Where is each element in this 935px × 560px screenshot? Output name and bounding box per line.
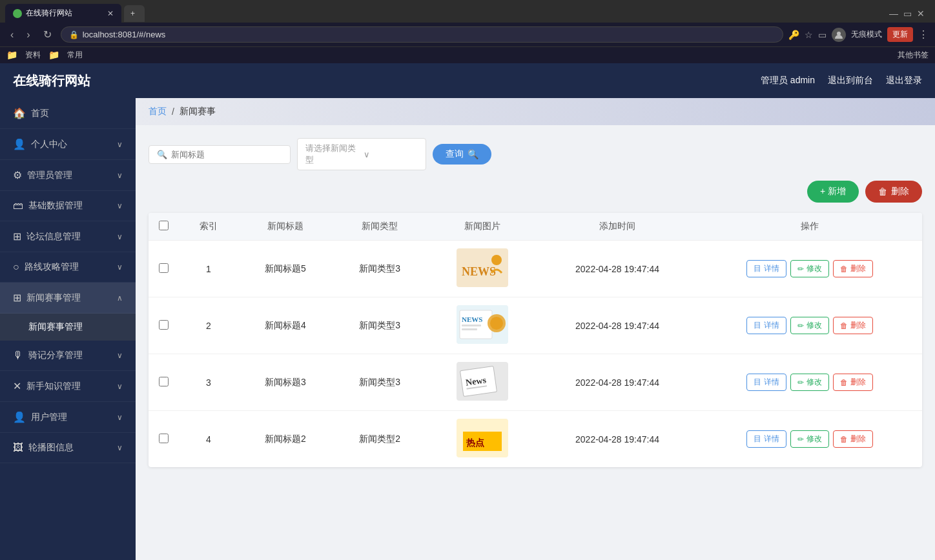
search-title-input[interactable] xyxy=(171,150,282,159)
breadcrumb-sep: / xyxy=(172,106,174,117)
sidebar-item-home[interactable]: 🏠 首页 xyxy=(0,98,136,129)
bookmark-item-1[interactable]: 资料 xyxy=(25,50,41,61)
edit-btn[interactable]: ✏ 修改 xyxy=(790,260,829,277)
news-type-select[interactable]: 请选择新闻类型 ∨ xyxy=(297,138,426,170)
row-index: 3 xyxy=(179,354,238,411)
travel-icon: 🎙 xyxy=(13,350,23,361)
front-link[interactable]: 退出到前台 xyxy=(828,75,873,86)
select-all-checkbox[interactable] xyxy=(159,221,169,230)
row-type: 新闻类型3 xyxy=(333,354,427,411)
delete-btn[interactable]: 🗑 删除 xyxy=(833,317,873,334)
edit-btn[interactable]: ✏ 修改 xyxy=(790,374,829,391)
detail-btn[interactable]: 目 详情 xyxy=(746,374,786,391)
col-time: 添加时间 xyxy=(537,213,697,241)
breadcrumb-home[interactable]: 首页 xyxy=(149,106,167,117)
batch-delete-btn[interactable]: 🗑 删除 xyxy=(865,181,922,203)
sidebar-item-beginner[interactable]: ✕ 新手知识管理 ∨ xyxy=(0,371,136,402)
news-thumbnail: 热点 xyxy=(457,419,508,457)
detail-label: 详情 xyxy=(764,377,779,388)
add-btn-label: + 新增 xyxy=(820,186,846,197)
query-btn[interactable]: 查询 🔍 xyxy=(433,144,491,165)
col-image: 新闻图片 xyxy=(427,213,537,241)
delete-label: 删除 xyxy=(850,377,866,388)
lock-icon: 🔒 xyxy=(69,30,79,39)
edit-btn[interactable]: ✏ 修改 xyxy=(790,430,829,448)
select-placeholder: 请选择新闻类型 xyxy=(305,143,360,166)
incognito-label: 无痕模式 xyxy=(851,29,882,40)
sidebar-item-route[interactable]: ○ 路线攻略管理 ∨ xyxy=(0,252,136,283)
arrow-icon-7: ∨ xyxy=(117,351,123,360)
delete-label: 删除 xyxy=(850,434,866,445)
minimize-btn[interactable]: — xyxy=(889,8,898,19)
sidebar-label-travel: 骑记分享管理 xyxy=(28,350,117,361)
sidebar-item-news[interactable]: ⊞ 新闻赛事管理 ∧ xyxy=(0,283,136,314)
edit-btn[interactable]: ✏ 修改 xyxy=(790,317,829,334)
back-btn[interactable]: ‹ xyxy=(6,28,17,42)
sidebar-label-beginner: 新手知识管理 xyxy=(26,381,117,392)
delete-btn[interactable]: 🗑 删除 xyxy=(833,260,873,277)
row-index: 2 xyxy=(179,297,238,354)
delete-btn[interactable]: 🗑 删除 xyxy=(833,430,873,448)
address-bar[interactable]: 🔒 localhost:8081/#/news xyxy=(61,26,783,43)
other-bookmarks[interactable]: 其他书签 xyxy=(898,50,929,61)
news-thumbnail: NEWS xyxy=(457,305,508,344)
header-actions: 管理员 admin 退出到前台 退出登录 xyxy=(761,75,922,86)
row-checkbox-3[interactable] xyxy=(159,434,169,443)
bookmark-item-2[interactable]: 常用 xyxy=(67,50,83,61)
sidebar-sub-item-news-manage[interactable]: 新闻赛事管理 xyxy=(0,314,136,341)
refresh-btn[interactable]: ↻ xyxy=(39,27,56,42)
news-icon: ⊞ xyxy=(13,292,21,304)
detail-btn[interactable]: 目 详情 xyxy=(746,430,786,448)
sidebar-item-forum[interactable]: ⊞ 论坛信息管理 ∨ xyxy=(0,221,136,252)
row-title: 新闻标题4 xyxy=(238,297,333,354)
sidebar-icon[interactable]: ▭ xyxy=(818,30,827,40)
new-tab-btn[interactable]: + xyxy=(124,5,145,22)
logout-link[interactable]: 退出登录 xyxy=(886,75,922,86)
op-buttons: 目 详情 ✏ 修改 🗑 删除 xyxy=(708,430,912,448)
row-index: 1 xyxy=(179,241,238,297)
sidebar-item-admin[interactable]: ⚙ 管理员管理 ∨ xyxy=(0,160,136,191)
row-image: NEWS xyxy=(427,241,537,297)
row-checkbox-1[interactable] xyxy=(159,320,169,330)
sidebar-item-user[interactable]: 👤 用户管理 ∨ xyxy=(0,402,136,433)
active-tab[interactable]: 在线骑行网站 ✕ xyxy=(5,4,121,23)
row-operations: 目 详情 ✏ 修改 🗑 删除 xyxy=(697,241,922,297)
svg-text:热点: 热点 xyxy=(466,437,484,448)
sidebar: 🏠 首页 👤 个人中心 ∨ ⚙ 管理员管理 ∨ 🗃 基础数据管理 ∨ ⊞ 论坛信… xyxy=(0,98,136,560)
query-search-icon: 🔍 xyxy=(468,149,478,159)
bookmark-folder-icon-2: 📁 xyxy=(48,50,59,61)
svg-point-3 xyxy=(491,255,502,265)
sidebar-item-banner[interactable]: 🖼 轮播图信息 ∨ xyxy=(0,433,136,463)
detail-btn[interactable]: 目 详情 xyxy=(746,260,786,277)
row-checkbox-2[interactable] xyxy=(159,377,169,386)
row-time: 2022-04-28 19:47:44 xyxy=(537,241,697,297)
sidebar-item-personal[interactable]: 👤 个人中心 ∨ xyxy=(0,129,136,160)
sidebar-label-home: 首页 xyxy=(31,108,123,119)
col-actions: 操作 xyxy=(697,213,922,241)
sidebar-label-banner: 轮播图信息 xyxy=(28,442,117,454)
restore-btn[interactable]: ▭ xyxy=(903,8,912,19)
forward-btn[interactable]: › xyxy=(23,28,34,42)
edit-icon: ✏ xyxy=(797,378,804,387)
update-btn[interactable]: 更新 xyxy=(887,27,913,42)
row-operations: 目 详情 ✏ 修改 🗑 删除 xyxy=(697,354,922,411)
star-icon[interactable]: ☆ xyxy=(805,30,813,40)
close-window-btn[interactable]: ✕ xyxy=(917,8,925,19)
sidebar-item-travel[interactable]: 🎙 骑记分享管理 ∨ xyxy=(0,341,136,371)
action-buttons: + 新增 🗑 删除 xyxy=(149,181,922,203)
breadcrumb: 首页 / 新闻赛事 xyxy=(136,98,935,125)
detail-btn[interactable]: 目 详情 xyxy=(746,317,786,334)
search-icon: 🔍 xyxy=(157,150,167,159)
row-checkbox-0[interactable] xyxy=(159,263,169,273)
add-btn[interactable]: + 新增 xyxy=(807,181,859,203)
chevron-down-icon: ∨ xyxy=(364,150,418,159)
personal-icon: 👤 xyxy=(13,138,26,150)
header-checkbox-cell xyxy=(149,213,179,241)
op-buttons: 目 详情 ✏ 修改 🗑 删除 xyxy=(708,374,912,391)
delete-btn[interactable]: 🗑 删除 xyxy=(833,374,873,391)
tab-close-btn[interactable]: ✕ xyxy=(107,9,114,18)
sidebar-item-base[interactable]: 🗃 基础数据管理 ∨ xyxy=(0,191,136,221)
arrow-icon-8: ∨ xyxy=(117,382,123,391)
route-icon: ○ xyxy=(13,261,19,273)
menu-btn[interactable]: ⋮ xyxy=(918,28,929,41)
